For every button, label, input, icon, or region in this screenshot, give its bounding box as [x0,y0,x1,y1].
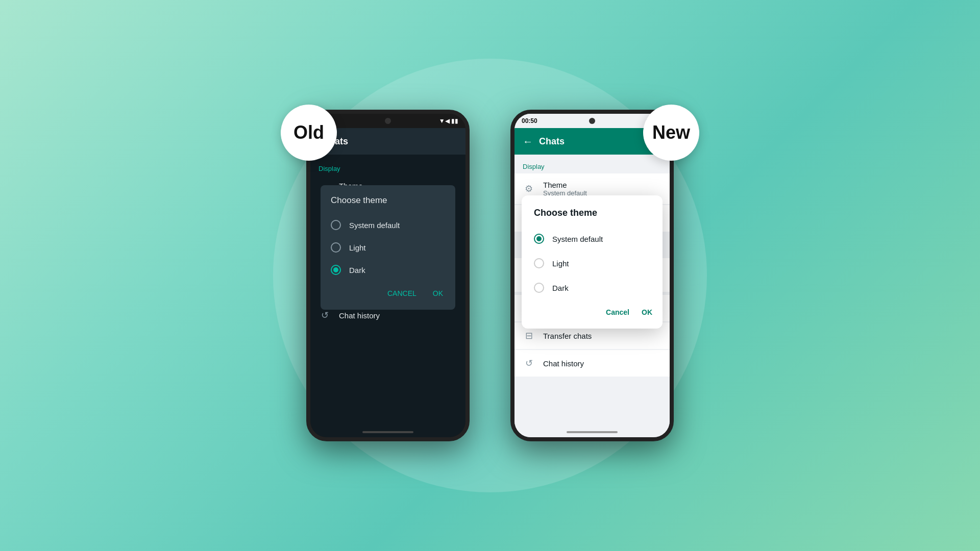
new-cancel-button[interactable]: Cancel [604,304,631,320]
new-chat-history-text: Chat history [543,359,662,368]
old-option-system-label: System default [349,221,400,230]
new-dialog-title: Choose theme [522,208,663,227]
new-option-light[interactable]: Light [522,251,663,276]
new-option-dark-label: Dark [552,284,569,292]
old-display-label: Display [310,159,465,176]
old-option-light-label: Light [349,243,366,252]
new-dialog: Choose theme System default Light Dark C… [522,195,663,329]
new-dialog-actions: Cancel OK [522,300,663,324]
new-option-light-label: Light [552,259,569,268]
phones-container: Old ▼◀ ▮▮ Chats Display ⚙ Theme Dar [306,110,674,441]
old-phone: ▼◀ ▮▮ Chats Display ⚙ Theme Dark [306,110,470,441]
old-option-dark-label: Dark [349,266,365,274]
new-app-bar-title: Chats [539,136,565,147]
old-option-system[interactable]: System default [321,214,455,236]
new-theme-text: Theme System default [543,181,662,197]
new-status-time: 00:50 [522,117,537,124]
new-home-indicator [567,431,618,433]
new-badge: New [643,105,699,161]
new-radio-dark [534,283,544,293]
old-cancel-button[interactable]: Cancel [383,285,421,302]
new-radio-light [534,258,544,268]
new-transfer-chats-text: Transfer chats [543,332,662,340]
new-chat-history-row[interactable]: ↺ Chat history [514,350,670,377]
new-option-system[interactable]: System default [522,227,663,251]
new-option-system-label: System default [552,235,603,243]
old-radio-light [331,242,341,253]
new-chat-history-title: Chat history [543,359,662,368]
new-theme-title: Theme [543,181,662,189]
old-badge-label: Old [293,122,324,143]
new-phone-wrapper: New 00:50 ▼◀ ▮▮ ← Chats Display ⚙ [510,110,674,441]
old-ok-button[interactable]: OK [429,285,447,302]
new-transfer-chats-title: Transfer chats [543,332,662,340]
old-home-indicator [362,431,413,433]
old-chat-history-title: Chat history [339,311,380,320]
new-chat-history-icon: ↺ [523,357,535,369]
new-ok-button[interactable]: OK [640,304,654,320]
old-dialog-actions: Cancel OK [321,281,455,306]
camera-notch-old [385,118,391,124]
new-badge-label: New [652,122,690,143]
old-phone-wrapper: Old ▼◀ ▮▮ Chats Display ⚙ Theme Dar [306,110,470,441]
old-option-dark[interactable]: Dark [321,259,455,281]
new-back-arrow[interactable]: ← [523,136,533,147]
old-badge: Old [281,105,337,161]
old-radio-system [331,220,341,230]
old-status-icons: ▼◀ ▮▮ [439,117,458,124]
new-radio-system [534,234,544,244]
old-dialog: Choose theme System default Light Dark C… [321,185,455,310]
new-display-label: Display [514,155,670,173]
new-option-dark[interactable]: Dark [522,276,663,300]
new-phone: 00:50 ▼◀ ▮▮ ← Chats Display ⚙ Theme Syst [510,110,674,441]
old-radio-dark [331,265,341,275]
old-chat-history-text: Chat history [339,311,380,320]
new-transfer-chats-icon: ⊟ [523,330,535,342]
old-dialog-title: Choose theme [321,195,455,214]
old-option-light[interactable]: Light [321,236,455,259]
new-theme-icon: ⚙ [523,183,535,195]
old-chat-history-icon: ↺ [318,309,331,321]
camera-notch-new [589,118,595,124]
